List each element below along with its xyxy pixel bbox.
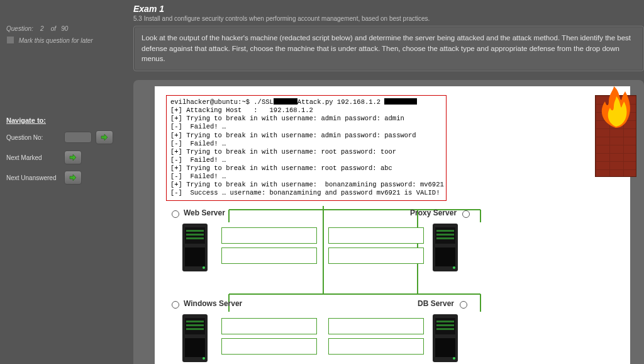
mark-label: Mark this question for later (19, 37, 93, 44)
exam-title: Exam 1 (133, 4, 644, 14)
web-server-radio[interactable] (172, 210, 179, 218)
svg-rect-11 (186, 230, 204, 232)
svg-rect-21 (435, 247, 455, 266)
workarea: evilhacker@ubuntu:~$ ./SSLAttack.py 192.… (133, 80, 644, 364)
nav-row-next-unanswered: Next Unanswered (6, 171, 125, 185)
whiteboard: evilhacker@ubuntu:~$ ./SSLAttack.py 192.… (155, 86, 630, 364)
svg-rect-12 (186, 234, 204, 236)
db-attack-dropdown[interactable] (328, 318, 424, 334)
nav-label-next-unanswered: Next Unanswered (6, 174, 64, 181)
question-label: Question: (6, 25, 33, 32)
main-area: Exam 1 5.3 Install and configure securit… (131, 0, 644, 364)
question-total: 90 (61, 25, 68, 32)
svg-rect-13 (186, 237, 204, 239)
svg-rect-25 (186, 321, 204, 322)
db-server-radio[interactable] (460, 301, 467, 309)
web-attack-dropdown[interactable] (221, 227, 317, 244)
redacted-block (384, 98, 417, 105)
svg-rect-19 (436, 234, 454, 236)
go-to-question-button[interactable] (96, 130, 113, 144)
svg-rect-34 (436, 328, 454, 330)
windows-server-radio[interactable] (172, 301, 179, 309)
svg-rect-28 (185, 338, 205, 357)
web-defense-dropdown[interactable] (221, 247, 317, 264)
svg-rect-20 (436, 237, 454, 239)
windows-server-option[interactable]: Windows Server (169, 299, 242, 309)
firewall-icon (595, 95, 636, 177)
svg-rect-18 (436, 230, 454, 232)
proxy-server-radio[interactable] (462, 210, 470, 218)
svg-rect-27 (186, 328, 204, 330)
svg-point-36 (453, 357, 455, 360)
svg-rect-33 (436, 324, 454, 326)
exam-subtitle: 5.3 Install and configure security contr… (133, 15, 644, 22)
db-server-option[interactable]: DB Server (418, 299, 469, 309)
db-defense-dropdown[interactable] (328, 338, 424, 355)
db-server-icon (429, 313, 462, 363)
db-server-label: DB Server (418, 299, 454, 308)
svg-rect-35 (435, 338, 455, 357)
navigate-title: Navigate to: (6, 117, 125, 124)
proxy-server-icon (429, 222, 462, 273)
svg-point-15 (203, 266, 205, 269)
proxy-attack-dropdown[interactable] (328, 227, 424, 244)
hacker-terminal: evilhacker@ubuntu:~$ ./SSLAttack.py 192.… (166, 95, 447, 201)
arrow-right-icon (69, 174, 77, 181)
of-label: of (51, 25, 56, 32)
mark-checkbox[interactable] (6, 36, 14, 44)
web-server-option[interactable]: Web Server (169, 208, 225, 218)
svg-rect-32 (436, 321, 454, 322)
next-unanswered-button[interactable] (64, 171, 82, 185)
web-server-icon (179, 222, 211, 273)
exam-header: Exam 1 5.3 Install and configure securit… (131, 0, 644, 26)
sidebar: Question: 2 of 90 Mark this question for… (0, 0, 131, 364)
mark-for-later[interactable]: Mark this question for later (6, 36, 125, 44)
windows-server-icon (179, 313, 211, 363)
proxy-defense-dropdown[interactable] (328, 247, 424, 264)
next-marked-button[interactable] (64, 151, 82, 164)
nav-row-next-marked: Next Marked (6, 151, 125, 164)
question-no-input[interactable] (64, 132, 92, 143)
arrow-right-icon (69, 154, 77, 161)
question-text: Look at the output of the hacker's machi… (133, 26, 644, 71)
flame-icon (595, 85, 636, 129)
nav-label-next-marked: Next Marked (6, 154, 64, 161)
windows-server-label: Windows Server (184, 299, 242, 308)
windows-attack-dropdown[interactable] (221, 318, 317, 334)
svg-point-22 (453, 266, 455, 269)
redacted-block (274, 98, 297, 105)
nav-row-question-no: Question No: (6, 130, 125, 144)
windows-defense-dropdown[interactable] (221, 338, 317, 355)
network-diagram: Web Server (166, 206, 619, 364)
svg-rect-26 (186, 324, 204, 326)
svg-point-29 (203, 357, 205, 360)
svg-rect-14 (185, 247, 205, 266)
proxy-server-label: Proxy Server (410, 208, 457, 217)
arrow-right-icon (101, 134, 108, 141)
web-server-label: Web Server (184, 208, 225, 217)
question-number: 2 (40, 25, 44, 32)
proxy-server-option[interactable]: Proxy Server (410, 208, 472, 218)
nav-label-qno: Question No: (6, 134, 64, 141)
question-counter: Question: 2 of 90 (6, 25, 125, 32)
